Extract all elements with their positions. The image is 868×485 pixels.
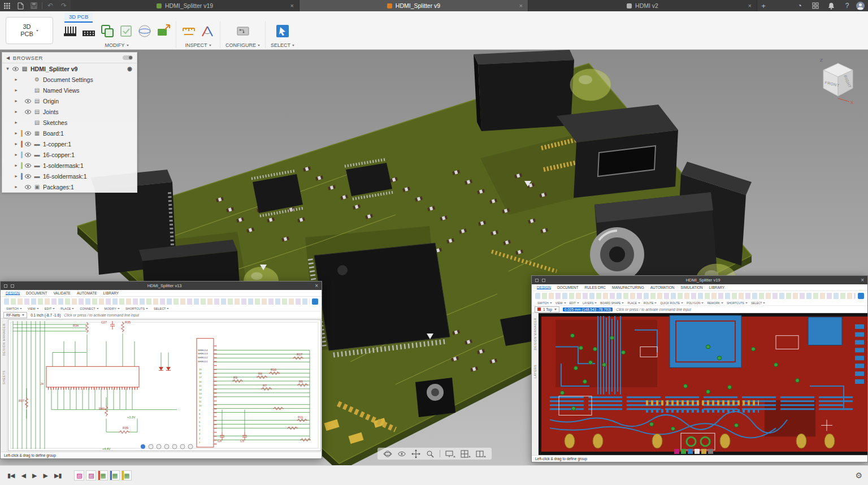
new-tab-button[interactable]: + xyxy=(757,0,770,11)
pin-header-icon[interactable] xyxy=(63,24,77,38)
group-label-select[interactable]: SELECT xyxy=(271,42,294,48)
document-tab[interactable]: HDMI_Splitter v19 × xyxy=(71,0,300,11)
timeline-feature-marker[interactable]: ▦ xyxy=(110,470,120,480)
browser-tree-row[interactable]: ▸ ▤ Sketches xyxy=(2,117,137,128)
viewports-icon[interactable] xyxy=(476,449,486,458)
schematic-window[interactable]: HDMI_Splitter v13 × DESIGNDOCUMENTVALIDA… xyxy=(0,281,322,459)
main-ic[interactable] xyxy=(310,243,450,355)
disclosure-collapsed-icon[interactable]: ▸ xyxy=(14,152,19,157)
pcb-menu-tab[interactable]: RULES DRC xyxy=(584,285,606,289)
activate-component-radio[interactable]: ◉ xyxy=(127,66,132,72)
select-icon[interactable] xyxy=(312,298,318,305)
visibility-eye-icon[interactable] xyxy=(25,131,31,136)
tool-group-label[interactable]: QUICK ROUTE xyxy=(660,301,683,305)
command-line-input[interactable] xyxy=(64,313,319,317)
grid-settings-icon[interactable] xyxy=(461,449,471,458)
browser-tree-row[interactable]: ▸ ▤ Joints xyxy=(2,106,137,117)
schematic-menu-tab[interactable]: LIBRARY xyxy=(103,291,119,295)
tool-group-label[interactable]: VIEW xyxy=(28,307,39,310)
schematic-titlebar[interactable]: HDMI_Splitter v13 × xyxy=(1,282,322,290)
close-icon[interactable]: × xyxy=(861,277,864,283)
tool-group-label[interactable]: SHORTCUTS xyxy=(727,301,748,305)
visibility-eye-icon[interactable] xyxy=(25,163,31,168)
notifications-icon[interactable] xyxy=(824,0,838,11)
schematic-menu-tab[interactable]: DESIGN xyxy=(6,291,20,295)
schematic-canvas[interactable]: R34 R35 C27 J4 R37 R40 R39 +3.3V +4.4V C… xyxy=(7,319,322,452)
measure-icon[interactable] xyxy=(181,24,196,38)
tool-group-label[interactable]: PLACE xyxy=(60,307,74,310)
disclosure-collapsed-icon[interactable]: ▸ xyxy=(14,184,19,189)
browser-tree-row[interactable]: ▸ ▣ Packages:1 xyxy=(2,181,137,192)
visibility-eye-icon[interactable] xyxy=(25,99,31,103)
timeline-feature-marker[interactable]: ▦ xyxy=(121,470,132,480)
pcb-menu-tab[interactable]: SIMULATION xyxy=(680,285,702,289)
step-forward-button[interactable]: ▶ xyxy=(41,472,49,479)
look-at-icon[interactable] xyxy=(397,449,406,458)
tool-group-label[interactable]: SELECT xyxy=(751,301,765,305)
window-menu-icon[interactable] xyxy=(4,284,7,288)
copy-component-icon[interactable] xyxy=(100,24,115,38)
redo-icon[interactable]: ↷ xyxy=(57,0,71,11)
file-icon[interactable] xyxy=(14,0,27,11)
visibility-eye-icon[interactable] xyxy=(12,67,19,71)
timeline-feature-marker[interactable]: ▨ xyxy=(74,470,84,480)
tool-group-label[interactable]: EDIT xyxy=(45,307,55,310)
tool-icons-strip[interactable] xyxy=(535,293,856,299)
pcb-menu-tab[interactable]: DESIGN xyxy=(537,285,551,289)
tool-group-label[interactable]: SWITCH xyxy=(6,307,22,310)
close-icon[interactable]: × xyxy=(519,2,523,9)
window-menu-icon[interactable] xyxy=(535,279,539,282)
pan-icon[interactable] xyxy=(411,449,420,458)
workspace-switcher[interactable]: 3D PCB xyxy=(6,17,53,44)
document-tab[interactable]: HDMI_Splitter v9 × xyxy=(300,0,528,11)
pcb-titlebar[interactable]: HDMI_Splitter v19 × xyxy=(532,276,867,284)
move-board-icon[interactable] xyxy=(156,24,171,38)
tool-group-label[interactable]: LAYERS xyxy=(583,301,597,305)
save-icon[interactable] xyxy=(27,0,41,11)
schematic-menu-tab[interactable]: AUTOMATE xyxy=(77,291,97,295)
side-tab-sheets[interactable]: SHEETS xyxy=(2,370,6,384)
browser-tree-row[interactable]: ▸ ▦ Board:1 xyxy=(2,128,137,138)
play-button[interactable]: ▶ xyxy=(31,472,38,479)
visibility-eye-icon[interactable] xyxy=(25,153,31,157)
browser-tree-row[interactable]: ▸ ▤ Origin xyxy=(2,96,137,106)
browser-tree-row[interactable]: ▸ ⚙ Document Settings xyxy=(2,74,137,85)
undo-icon[interactable]: ↶ xyxy=(44,0,57,11)
pcb-menu-tab[interactable]: LIBRARY xyxy=(709,285,725,289)
apps-icon[interactable] xyxy=(809,0,822,11)
side-tab-layers[interactable]: LAYERS xyxy=(533,365,537,378)
disclosure-collapsed-icon[interactable]: ▸ xyxy=(14,109,19,114)
browser-toggle[interactable] xyxy=(123,55,133,60)
tool-group-label[interactable]: PLACE xyxy=(627,301,640,305)
browser-tree-row[interactable]: ▸ ▬ 1-soldermask:1 xyxy=(2,160,137,171)
user-avatar[interactable] xyxy=(856,2,865,10)
tool-icons-strip[interactable] xyxy=(4,298,310,305)
layer-dropdown[interactable]: 1 Top xyxy=(535,306,559,313)
disclosure-collapsed-icon[interactable]: ▸ xyxy=(14,174,19,179)
tool-group-label[interactable]: SWITCH xyxy=(537,301,552,305)
sphere-view-icon[interactable] xyxy=(137,24,152,38)
command-line-input[interactable] xyxy=(616,308,865,311)
configure-board-icon[interactable] xyxy=(236,24,250,38)
socket-connector-icon[interactable] xyxy=(81,24,96,38)
net-class-dropdown[interactable]: RF-Nets xyxy=(3,312,27,318)
disclosure-collapsed-icon[interactable]: ▸ xyxy=(14,131,19,136)
tool-group-label[interactable]: EDIT xyxy=(570,301,579,305)
window-restore-icon[interactable] xyxy=(542,279,545,282)
side-tab-design-manager[interactable]: DESIGN MANAGER xyxy=(533,318,537,350)
transistor[interactable] xyxy=(415,378,455,417)
browser-tree-row[interactable]: ▸ ▬ 16-soldermask:1 xyxy=(2,171,137,181)
document-tab[interactable]: HDMI v2 × xyxy=(528,0,757,11)
pcb-menu-tab[interactable]: MANUFACTURING xyxy=(612,285,644,289)
paste-component-icon[interactable] xyxy=(119,24,133,38)
tool-group-label[interactable]: BOARD SHAPE xyxy=(600,301,624,305)
group-label-modify[interactable]: MODIFY xyxy=(105,42,129,48)
schematic-menu-tab[interactable]: VALIDATE xyxy=(53,291,70,295)
disclosure-collapsed-icon[interactable]: ▸ xyxy=(14,77,19,82)
app-grid-icon[interactable] xyxy=(0,0,14,11)
timeline-feature-marker[interactable]: ▦ xyxy=(98,470,108,480)
step-back-button[interactable]: ◀ xyxy=(20,472,27,479)
tool-group-label[interactable]: SHORTCUTS xyxy=(125,307,148,310)
tool-group-label[interactable]: POLYGON xyxy=(687,301,704,305)
disclosure-collapsed-icon[interactable]: ▸ xyxy=(14,163,19,168)
